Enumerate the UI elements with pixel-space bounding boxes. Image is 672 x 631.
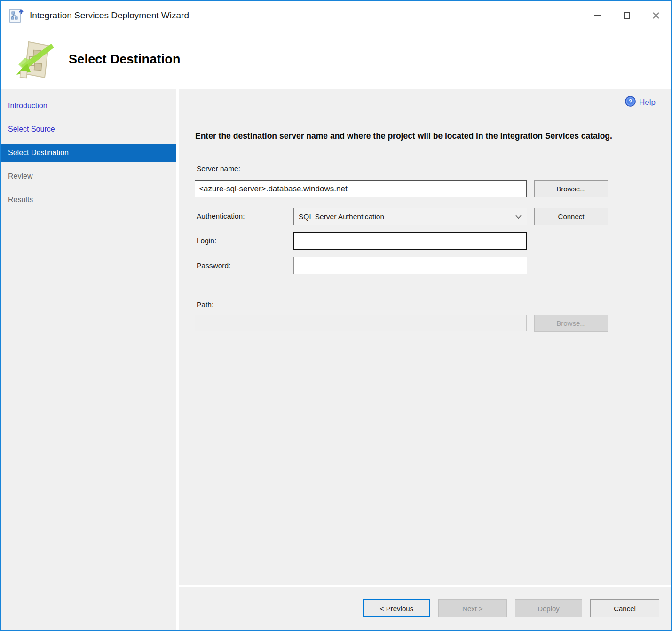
browse-server-button[interactable]: Browse... bbox=[534, 180, 608, 197]
path-input bbox=[195, 315, 527, 331]
login-label: Login: bbox=[197, 237, 216, 245]
window-controls bbox=[583, 1, 671, 30]
app-icon bbox=[9, 8, 24, 24]
main-pane: ? Help Enter the destination server name… bbox=[179, 89, 671, 630]
instruction-text: Enter the destination server name and wh… bbox=[195, 130, 618, 142]
sidebar-item-review[interactable]: Review bbox=[1, 167, 176, 185]
help-icon: ? bbox=[625, 96, 636, 109]
sidebar-item-label: Select Destination bbox=[8, 149, 69, 157]
server-name-input[interactable] bbox=[195, 180, 527, 197]
sidebar-item-introduction[interactable]: Introduction bbox=[1, 97, 176, 115]
deployment-package-icon bbox=[11, 37, 54, 81]
password-input[interactable] bbox=[293, 257, 527, 274]
authentication-dropdown[interactable]: SQL Server Authentication bbox=[293, 208, 527, 225]
chevron-down-icon bbox=[515, 213, 522, 221]
previous-button[interactable]: < Previous bbox=[363, 599, 430, 617]
browse-path-button: Browse... bbox=[534, 315, 608, 332]
next-button: Next > bbox=[438, 599, 507, 617]
authentication-selected-value: SQL Server Authentication bbox=[299, 213, 384, 221]
page-title: Select Destination bbox=[69, 52, 181, 67]
path-label: Path: bbox=[197, 300, 213, 309]
svg-text:?: ? bbox=[629, 98, 632, 105]
maximize-button[interactable] bbox=[612, 1, 641, 30]
sidebar-item-label: Select Source bbox=[8, 125, 55, 134]
connect-button[interactable]: Connect bbox=[534, 208, 608, 225]
close-button[interactable] bbox=[641, 1, 671, 30]
server-name-label: Server name: bbox=[197, 165, 240, 173]
sidebar-item-label: Introduction bbox=[8, 102, 47, 110]
minimize-button[interactable] bbox=[583, 1, 612, 30]
title-bar: Integration Services Deployment Wizard bbox=[1, 1, 671, 30]
help-link[interactable]: ? Help bbox=[625, 96, 656, 109]
window-title: Integration Services Deployment Wizard bbox=[30, 10, 189, 21]
authentication-label: Authentication: bbox=[197, 212, 245, 221]
password-label: Password: bbox=[197, 261, 230, 270]
sidebar-item-label: Results bbox=[8, 196, 33, 204]
deploy-button: Deploy bbox=[515, 599, 582, 617]
sidebar-item-label: Review bbox=[8, 172, 32, 181]
wizard-steps-sidebar: Introduction Select Source Select Destin… bbox=[1, 89, 179, 630]
wizard-footer: < Previous Next > Deploy Cancel bbox=[179, 585, 671, 630]
login-input[interactable] bbox=[293, 232, 527, 250]
help-label: Help bbox=[639, 98, 656, 107]
wizard-header: Select Destination bbox=[1, 30, 671, 89]
sidebar-item-results[interactable]: Results bbox=[1, 191, 176, 209]
sidebar-item-select-destination[interactable]: Select Destination bbox=[1, 144, 176, 162]
content-row: Introduction Select Source Select Destin… bbox=[1, 89, 671, 630]
sidebar-item-select-source[interactable]: Select Source bbox=[1, 120, 176, 138]
wizard-window: Integration Services Deployment Wizard bbox=[0, 0, 672, 631]
cancel-button[interactable]: Cancel bbox=[590, 599, 659, 617]
